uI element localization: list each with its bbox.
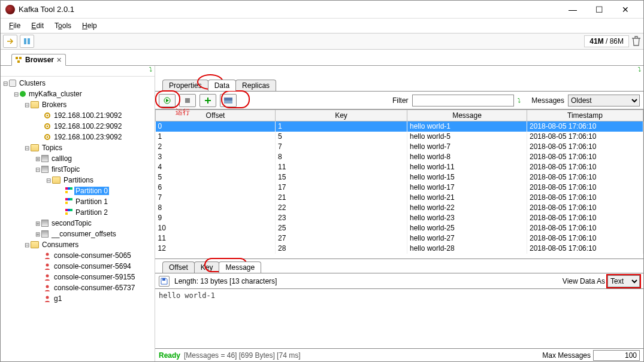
status-bar: Ready [Messages = 46] [699 Bytes] [74 ms…: [155, 348, 643, 361]
app-icon: [5, 5, 15, 14]
table-row[interactable]: 1127hello world-272018-08-05 17:06:10: [156, 233, 643, 244]
title-bar: Kafka Tool 2.0.1 — ☐ ✕: [1, 1, 643, 19]
maximize-button[interactable]: ☐: [586, 1, 612, 18]
tree-partition[interactable]: Partition 0: [1, 185, 155, 196]
tree-topic[interactable]: ⊞secondTopic: [1, 218, 155, 229]
messages-mode-select[interactable]: Oldest: [568, 95, 640, 107]
user-icon: [44, 273, 51, 281]
menu-tools[interactable]: Tools: [50, 20, 76, 31]
tab-message[interactable]: Message: [219, 261, 261, 273]
tree-partition[interactable]: Partition 1: [1, 196, 155, 207]
table-row[interactable]: 721hello world-212018-08-05 17:06:10: [156, 193, 643, 203]
tree-topic[interactable]: ⊞__consumer_offsets: [1, 229, 155, 239]
table-row[interactable]: 515hello world-152018-08-05 17:06:10: [156, 172, 643, 182]
tab-key[interactable]: Key: [194, 261, 220, 273]
view-as-select[interactable]: Text: [607, 275, 640, 287]
gear-icon: [44, 112, 51, 119]
close-tab-icon[interactable]: ✕: [56, 56, 62, 64]
col-timestamp[interactable]: Timestamp: [527, 110, 643, 121]
browser-tab[interactable]: Browser ✕: [11, 54, 66, 66]
tree-broker[interactable]: 192.168.100.22:9092: [1, 121, 155, 132]
tree-topic[interactable]: ⊟firstTopic: [1, 164, 155, 175]
action-bar: 运行 Filter ⤵ Messages Oldest: [155, 91, 643, 109]
svg-point-8: [47, 126, 49, 127]
tab-properties[interactable]: Properties: [162, 80, 208, 91]
table-row[interactable]: 38hello world-82018-08-05 17:06:10: [156, 152, 643, 162]
tab-offset[interactable]: Offset: [162, 261, 195, 273]
topic-icon: [41, 166, 49, 173]
table-row[interactable]: 411hello world-112018-08-05 17:06:10: [156, 162, 643, 172]
table-row[interactable]: 15hello world-52018-08-05 17:06:10: [156, 132, 643, 142]
tree-consumer[interactable]: console-consumer-65737: [1, 282, 155, 293]
tree-consumer[interactable]: console-consumer-59155: [1, 272, 155, 282]
svg-rect-0: [24, 38, 26, 44]
svg-point-11: [46, 253, 49, 256]
content-refresh-icon[interactable]: ⤵: [638, 66, 641, 77]
folder-icon: [31, 241, 39, 248]
tree-broker[interactable]: 192.168.100.23:9092: [1, 132, 155, 142]
max-messages-input[interactable]: [593, 350, 640, 361]
stop-button[interactable]: [179, 94, 196, 107]
user-icon: [44, 284, 51, 291]
minimize-button[interactable]: —: [560, 1, 586, 18]
menu-file[interactable]: File: [4, 20, 25, 31]
partition-icon: [65, 187, 72, 194]
svg-point-12: [46, 264, 49, 267]
sidebar: ⤵ ⊟Clusters ⊟myKafka_cluster ⊟Brokers 19…: [1, 66, 155, 361]
folder-icon: [52, 177, 61, 184]
topic-icon: [41, 155, 49, 162]
table-row[interactable]: 1228hello world-282018-08-05 17:06:10: [156, 244, 643, 254]
tree-partition[interactable]: Partition 2: [1, 207, 155, 218]
folder-icon: [31, 144, 39, 151]
window-title: Kafka Tool 2.0.1: [19, 5, 560, 14]
save-icon[interactable]: [159, 276, 170, 287]
tree-consumer[interactable]: console-consumer-5694: [1, 261, 155, 272]
svg-rect-17: [185, 98, 190, 103]
tree-consumer[interactable]: g1: [1, 293, 155, 304]
user-icon: [44, 295, 51, 302]
topic-icon: [41, 220, 49, 227]
tab-replicas[interactable]: Replicas: [235, 80, 276, 91]
partition-icon: [65, 198, 72, 205]
filter-apply-icon[interactable]: ⤵: [518, 97, 521, 104]
svg-rect-1: [28, 38, 30, 44]
svg-point-14: [46, 285, 49, 288]
content-tabs: Properties Data Replicas: [155, 77, 643, 91]
add-button[interactable]: [199, 94, 216, 107]
table-row[interactable]: 1025hello world-252018-08-05 17:06:10: [156, 223, 643, 233]
col-offset[interactable]: Offset: [156, 110, 276, 121]
table-row[interactable]: 617hello world-172018-08-05 17:06:10: [156, 182, 643, 193]
message-body: hello world-1: [155, 288, 643, 348]
layout-button[interactable]: [220, 94, 237, 107]
tree-partitions[interactable]: ⊟Partitions: [1, 175, 155, 185]
annotation-text: 运行: [176, 107, 190, 117]
close-button[interactable]: ✕: [612, 1, 639, 18]
tree-broker[interactable]: 192.168.100.21:9092: [1, 110, 155, 121]
trash-icon[interactable]: [631, 36, 641, 47]
tree-consumer[interactable]: console-consumer-5065: [1, 250, 155, 261]
filter-input[interactable]: [412, 95, 514, 107]
table-row[interactable]: 923hello world-232018-08-05 17:06:10: [156, 213, 643, 223]
col-message[interactable]: Message: [407, 110, 527, 121]
message-toolbar: Length: 13 bytes [13 characters] View Da…: [155, 273, 643, 288]
max-messages-label: Max Messages: [542, 351, 591, 360]
menu-edit[interactable]: Edit: [26, 20, 49, 31]
length-text: Length: 13 bytes [13 characters]: [174, 277, 277, 285]
menu-help[interactable]: Help: [77, 20, 102, 31]
table-row[interactable]: 822hello world-222018-08-05 17:06:10: [156, 203, 643, 213]
col-key[interactable]: Key: [276, 110, 407, 121]
tree-topic[interactable]: ⊞calllog: [1, 153, 155, 164]
toolbar-btn-1[interactable]: [3, 35, 17, 48]
message-table[interactable]: Offset Key Message Timestamp 01hello wor…: [155, 109, 643, 258]
table-row[interactable]: 27hello world-72018-08-05 17:06:10: [156, 142, 643, 152]
toolbar-btn-2[interactable]: [20, 35, 34, 48]
cluster-tree[interactable]: ⊟Clusters ⊟myKafka_cluster ⊟Brokers 192.…: [1, 77, 155, 361]
tab-data[interactable]: Data: [208, 80, 236, 91]
svg-rect-3: [19, 57, 22, 59]
svg-rect-20: [162, 278, 165, 281]
tree-icon: [16, 57, 23, 63]
svg-point-15: [46, 296, 49, 299]
play-button[interactable]: [159, 94, 176, 107]
sidebar-refresh-icon[interactable]: ⤵: [149, 66, 152, 76]
table-row[interactable]: 01hello world-12018-08-05 17:06:10: [156, 121, 643, 132]
